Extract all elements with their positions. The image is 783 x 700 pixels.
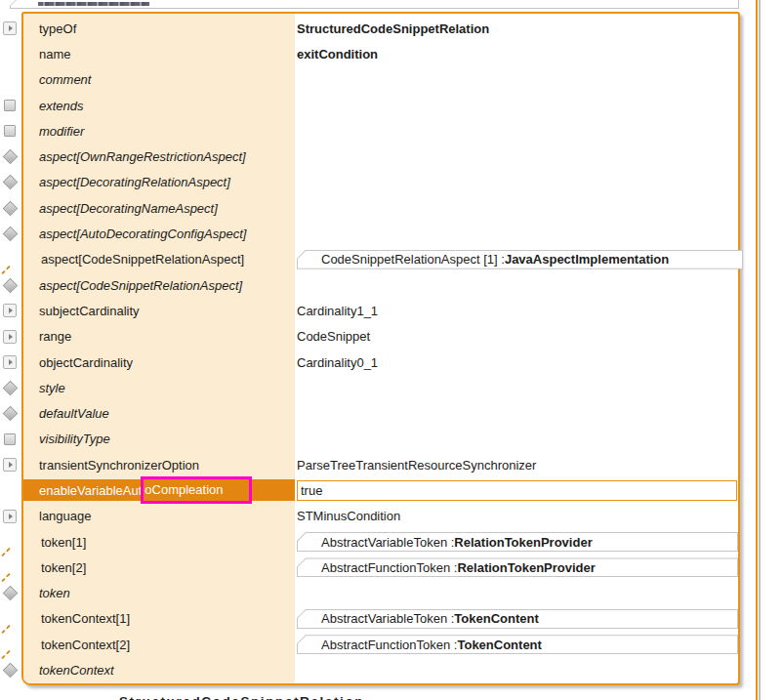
property-label[interactable]: aspect[CodeSnippetRelationAspect] xyxy=(25,252,297,267)
property-label[interactable]: language xyxy=(23,509,295,523)
property-row: aspect[CodeSnippetRelationAspect]CodeSni… xyxy=(23,247,738,272)
expand-arrow-icon[interactable] xyxy=(3,330,17,344)
property-label[interactable]: enableVariableAutoCompleation xyxy=(23,479,295,501)
annotation-highlight-box: oCompleation xyxy=(141,476,251,504)
expand-arrow-icon[interactable] xyxy=(3,510,17,523)
property-value-cell: ParseTreeTransientResourceSynchronizer xyxy=(295,458,738,473)
property-value-cell: CodeSnippet xyxy=(295,329,738,344)
property-row: languageSTMinusCondition xyxy=(23,504,738,529)
property-label[interactable]: typeOf xyxy=(23,21,295,36)
property-row: rangeCodeSnippet xyxy=(23,324,738,350)
previous-cell-partial xyxy=(10,0,739,9)
property-label[interactable]: transientSynchronizerOption xyxy=(23,458,295,473)
property-row: token xyxy=(23,581,738,606)
property-row: aspect[CodeSnippetRelationAspect] xyxy=(23,272,738,298)
value-node-box[interactable]: AbstractFunctionToken : RelationTokenPro… xyxy=(297,557,738,577)
value-node-type: AbstractVariableToken : xyxy=(321,611,454,626)
property-label[interactable]: tokenContext[2] xyxy=(25,638,297,652)
property-row: subjectCardinalityCardinality1_1 xyxy=(23,298,738,323)
property-label[interactable]: comment xyxy=(23,72,295,87)
value-node-box[interactable]: AbstractVariableToken : RelationTokenPro… xyxy=(297,532,738,552)
property-row: enableVariableAutoCompleation xyxy=(23,477,738,503)
value-node-name: RelationTokenProvider xyxy=(457,560,595,575)
property-label[interactable]: aspect[DecoratingNameAspect] xyxy=(23,201,295,216)
property-label[interactable]: style xyxy=(23,381,295,395)
aspect-diamond-plus-icon[interactable] xyxy=(1,548,10,556)
property-value[interactable]: exitCondition xyxy=(297,47,378,62)
property-label[interactable]: range xyxy=(23,329,295,344)
value-node-box-inner: AbstractFunctionToken : TokenContent xyxy=(298,636,737,653)
property-label[interactable]: aspect[OwnRangeRestrictionAspect] xyxy=(23,149,295,164)
property-row: aspect[OwnRangeRestrictionAspect] xyxy=(23,144,738,169)
property-label[interactable]: objectCardinality xyxy=(23,355,295,370)
value-node-box-inner: AbstractVariableToken : TokenContent xyxy=(298,610,737,628)
property-label[interactable]: modifier xyxy=(23,124,295,139)
property-row: typeOfStructuredCodeSnippetRelation xyxy=(23,16,738,41)
property-label[interactable]: defaultValue xyxy=(23,406,295,421)
aspect-diamond-icon xyxy=(3,663,19,679)
property-value-cell: Cardinality1_1 xyxy=(295,304,738,318)
property-value-cell: AbstractFunctionToken : RelationTokenPro… xyxy=(297,557,738,577)
value-node-box[interactable]: CodeSnippetRelationAspect [1] : JavaAspe… xyxy=(297,250,743,269)
property-value[interactable]: CodeSnippet xyxy=(297,329,370,344)
property-label[interactable]: tokenContext[1] xyxy=(25,611,297,626)
expand-arrow-icon[interactable] xyxy=(3,21,17,35)
value-node-box[interactable]: AbstractVariableToken : TokenContent xyxy=(297,609,738,629)
value-node-box-inner: AbstractFunctionToken : RelationTokenPro… xyxy=(298,558,737,576)
property-label[interactable]: tokenContext xyxy=(23,663,295,678)
aspect-diamond-icon xyxy=(3,175,19,190)
property-label[interactable]: name xyxy=(23,47,295,62)
property-value-cell: AbstractVariableToken : RelationTokenPro… xyxy=(297,532,738,552)
property-label-text: enableVariableAut xyxy=(39,483,142,498)
expand-arrow-icon[interactable] xyxy=(3,458,17,472)
value-node-name: RelationTokenProvider xyxy=(454,535,592,550)
property-row: comment xyxy=(23,67,738,93)
property-value[interactable]: Cardinality0_1 xyxy=(297,355,378,370)
property-row: extends xyxy=(23,93,738,118)
value-node-box-inner: AbstractVariableToken : RelationTokenPro… xyxy=(298,533,737,551)
aspect-diamond-icon xyxy=(3,586,19,601)
expand-arrow-icon[interactable] xyxy=(3,355,17,369)
expand-arrow-icon[interactable] xyxy=(3,304,17,317)
aspect-diamond-icon xyxy=(3,200,19,216)
value-input[interactable] xyxy=(297,480,737,501)
value-node-name: JavaAspectImplementation xyxy=(505,252,669,267)
property-square-icon xyxy=(4,125,16,137)
property-value-cell: StructuredCodeSnippetRelation xyxy=(295,21,738,36)
property-value-cell: AbstractVariableToken : TokenContent xyxy=(297,609,738,629)
outer-container-border-shadow xyxy=(759,0,761,700)
property-square-icon xyxy=(4,100,16,111)
property-row: tokenContext xyxy=(23,657,738,682)
value-node-box[interactable]: AbstractFunctionToken : TokenContent xyxy=(297,635,738,654)
aspect-diamond-plus-icon[interactable] xyxy=(1,573,10,582)
property-value[interactable]: StructuredCodeSnippetRelation xyxy=(297,21,489,36)
aspect-diamond-plus-icon[interactable] xyxy=(1,650,10,659)
property-value[interactable]: STMinusCondition xyxy=(297,509,400,523)
value-node-name: TokenContent xyxy=(457,638,541,652)
property-row: aspect[DecoratingNameAspect] xyxy=(23,195,738,221)
property-value-cell: AbstractFunctionToken : TokenContent xyxy=(297,635,738,654)
aspect-diamond-icon xyxy=(3,226,19,242)
property-label[interactable]: visibilityType xyxy=(23,432,295,446)
property-label[interactable]: extends xyxy=(23,99,295,113)
property-row: aspect[DecoratingRelationAspect] xyxy=(23,170,738,195)
property-value[interactable]: ParseTreeTransientResourceSynchronizer xyxy=(297,458,536,473)
aspect-diamond-plus-icon[interactable] xyxy=(1,266,10,274)
property-label[interactable]: token xyxy=(23,586,295,600)
property-value-cell: Cardinality0_1 xyxy=(295,355,738,370)
property-row: token[1]AbstractVariableToken : Relation… xyxy=(23,529,738,555)
property-value[interactable]: Cardinality1_1 xyxy=(297,304,378,318)
property-editor-screen: { "colors": { "panel_border": "#E8930F",… xyxy=(0,0,783,700)
value-node-box-inner: CodeSnippetRelationAspect [1] : JavaAspe… xyxy=(298,251,742,268)
property-label[interactable]: aspect[DecoratingRelationAspect] xyxy=(23,175,295,189)
property-rows: typeOfStructuredCodeSnippetRelationnamee… xyxy=(23,14,738,683)
property-label[interactable]: token[1] xyxy=(25,535,297,550)
aspect-diamond-plus-icon[interactable] xyxy=(1,625,10,634)
value-node-type: AbstractFunctionToken : xyxy=(321,560,457,575)
property-row: style xyxy=(23,375,738,400)
property-row: modifier xyxy=(23,118,738,144)
property-label[interactable]: aspect[AutoDecoratingConfigAspect] xyxy=(23,226,295,241)
property-label[interactable]: token[2] xyxy=(25,560,297,575)
property-label[interactable]: subjectCardinality xyxy=(23,304,295,318)
property-label[interactable]: aspect[CodeSnippetRelationAspect] xyxy=(23,278,295,293)
